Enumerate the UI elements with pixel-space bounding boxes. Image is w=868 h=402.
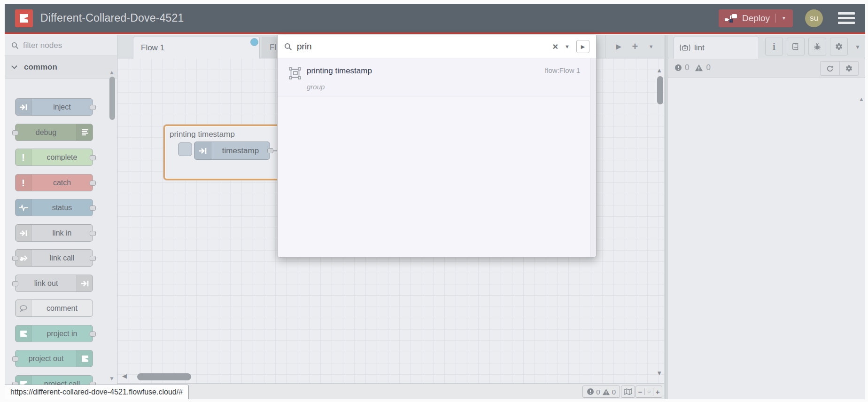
- palette-node-link-out[interactable]: link out: [15, 275, 93, 292]
- search-dialog: × ▼ ▶ printing timestamp flow:F: [277, 35, 597, 258]
- lint-settings-button[interactable]: [839, 62, 858, 75]
- inject-arrow-icon: [16, 99, 31, 115]
- palette-node-label: catch: [31, 179, 93, 187]
- node-input-port: [12, 356, 18, 362]
- gear-icon: [835, 43, 843, 50]
- open-in-sidebar-button[interactable]: ▶: [576, 40, 589, 53]
- palette-node-status[interactable]: status: [15, 199, 93, 216]
- palette-category-common[interactable]: common: [5, 56, 117, 79]
- palette-node-link-call[interactable]: link call: [15, 249, 93, 267]
- menu-bar-icon: [838, 17, 855, 19]
- node-input-port: [12, 256, 18, 261]
- zoom-reset-button[interactable]: ○: [644, 388, 653, 395]
- search-input-row: × ▼ ▶: [278, 35, 596, 58]
- info-tab-button[interactable]: i: [765, 38, 783, 55]
- search-controls: × ▼ ▶: [552, 40, 589, 53]
- node-timestamp[interactable]: timestamp: [194, 142, 270, 160]
- sidebar-resize-handle[interactable]: [664, 35, 668, 399]
- search-history-caret-icon[interactable]: ▼: [565, 44, 570, 49]
- palette-filter[interactable]: filter nodes: [5, 35, 117, 56]
- comment-bubble-icon: [16, 300, 31, 316]
- user-avatar[interactable]: su: [805, 9, 823, 27]
- lint-medkit-icon: [680, 44, 690, 52]
- result-type-label: group: [307, 83, 580, 91]
- avatar-initials: su: [810, 14, 818, 23]
- palette-node-label: comment: [31, 304, 93, 313]
- palette-node-catch[interactable]: ! catch: [15, 174, 93, 191]
- canvas-footer: 0 0 − ○ +: [117, 383, 664, 399]
- search-result-item[interactable]: printing timestamp flow:Flow 1 group: [278, 58, 596, 96]
- palette-node-project-in[interactable]: project in: [15, 325, 93, 342]
- inject-arrow-icon: [194, 142, 211, 159]
- status-url: https://different-collared-dove-4521.flo…: [10, 388, 183, 396]
- palette-node-project-out[interactable]: project out: [15, 350, 93, 367]
- category-label: common: [24, 63, 57, 72]
- debug-sidebar-icon: [77, 124, 93, 141]
- clear-search-icon[interactable]: ×: [552, 42, 558, 51]
- lint-toolbar: 0 0: [668, 58, 865, 78]
- flow-list-caret-icon[interactable]: ▼: [649, 44, 654, 49]
- lint-warning-count: 0: [706, 63, 710, 72]
- results-scrollbar-track[interactable]: [590, 58, 596, 257]
- zoom-in-button[interactable]: +: [653, 388, 662, 396]
- config-tab-button[interactable]: [830, 38, 848, 55]
- link-arrow-icon: [16, 225, 31, 241]
- search-input[interactable]: [297, 41, 552, 52]
- add-flow-button[interactable]: +: [632, 40, 638, 53]
- palette-node-label: link out: [16, 279, 77, 288]
- inject-trigger-button[interactable]: [178, 142, 192, 156]
- refresh-icon: [826, 65, 834, 72]
- deploy-button[interactable]: Deploy ▼: [719, 9, 793, 27]
- panel-scroll-up-icon[interactable]: ▲: [859, 96, 864, 102]
- canvas-scroll-left-icon[interactable]: ◀: [122, 372, 127, 379]
- palette-node-label: project in: [31, 330, 93, 338]
- palette-scrollbar-thumb[interactable]: [109, 77, 115, 120]
- main-menu-button[interactable]: [835, 10, 858, 26]
- debug-tab-button[interactable]: [808, 38, 826, 55]
- canvas-error-count: 0: [596, 388, 600, 396]
- book-icon: [792, 43, 799, 50]
- node-label: timestamp: [211, 142, 270, 159]
- node-input-port: [12, 130, 18, 135]
- navigator-button[interactable]: [621, 386, 635, 398]
- result-title: printing timestamp: [307, 66, 372, 76]
- deploy-options-caret-icon[interactable]: ▼: [775, 14, 787, 23]
- palette-node-label: link call: [31, 254, 93, 262]
- palette-node-link-in[interactable]: link in: [15, 224, 93, 242]
- unsaved-changes-dot: [250, 38, 258, 46]
- separator-line: [666, 35, 666, 399]
- canvas-notifications[interactable]: 0 0: [582, 386, 620, 398]
- tab-scroll-right-icon[interactable]: ▶: [616, 42, 621, 51]
- palette-node-label: status: [31, 204, 93, 212]
- search-icon: [11, 42, 19, 49]
- node-output-port: [90, 155, 96, 160]
- palette-node-label: inject: [31, 103, 93, 111]
- canvas-vertical-scrollbar-thumb[interactable]: [657, 76, 663, 104]
- bug-icon: [814, 43, 821, 50]
- palette-node-comment[interactable]: comment: [15, 300, 93, 317]
- zoom-out-button[interactable]: −: [636, 388, 644, 396]
- sidebar-tabs-caret-icon[interactable]: ▼: [855, 44, 860, 50]
- canvas-scroll-up-icon[interactable]: ▲: [656, 67, 662, 74]
- exclamation-icon: !: [16, 174, 31, 191]
- flowfuse-node-icon: [16, 325, 31, 342]
- warning-triangle-icon: [695, 64, 703, 71]
- palette-scroll-down-icon[interactable]: ▼: [109, 375, 115, 382]
- palette-node-label: complete: [31, 153, 93, 162]
- canvas-warning-count: 0: [612, 388, 616, 396]
- result-flow-label: flow:Flow 1: [545, 66, 580, 74]
- help-tab-button[interactable]: [787, 38, 805, 55]
- tab-flow-1[interactable]: Flow 1: [133, 37, 260, 59]
- sidebar-tab-lint[interactable]: lint: [674, 37, 759, 59]
- palette-node-complete[interactable]: ! complete: [15, 149, 93, 166]
- canvas-scroll-down-icon[interactable]: ▼: [656, 370, 662, 377]
- canvas-horizontal-scrollbar-thumb[interactable]: [137, 373, 191, 380]
- error-circle-icon: [587, 388, 594, 395]
- search-icon: [284, 43, 292, 51]
- sidebar-tab-label: lint: [694, 43, 705, 53]
- palette-node-inject[interactable]: inject: [15, 98, 93, 116]
- palette-scroll-up-icon[interactable]: ▲: [109, 69, 115, 76]
- lint-refresh-button[interactable]: [821, 62, 839, 75]
- palette-node-debug[interactable]: debug: [15, 124, 93, 141]
- chevron-down-icon: [11, 63, 17, 69]
